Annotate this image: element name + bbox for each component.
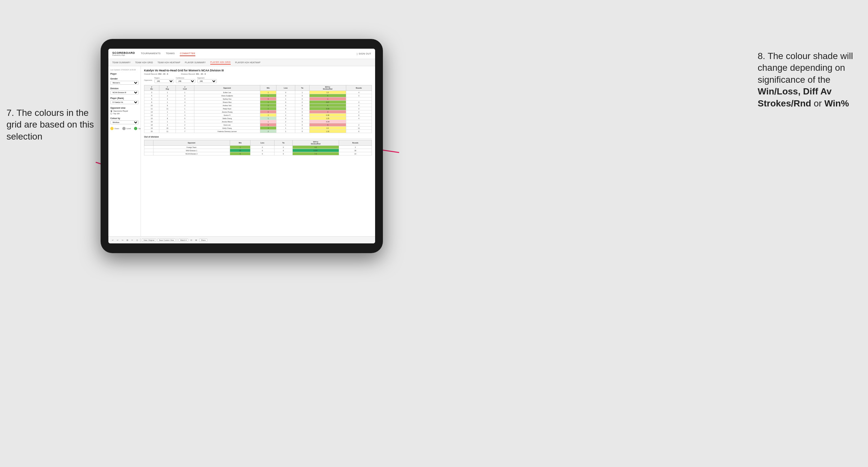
toolbar-share[interactable]: Share <box>199 239 207 242</box>
td-rounds-11: 11 <box>346 127 372 130</box>
sidebar-radio-top100[interactable]: Top 100 <box>110 113 138 115</box>
opponent-select[interactable]: (All) <box>197 79 217 83</box>
toolbar-undo1[interactable]: ↩ <box>111 239 115 242</box>
td-diff-3: 3.67 <box>309 101 346 104</box>
nav-pipe: | <box>357 53 358 55</box>
sub-nav-team-h2h-heatmap[interactable]: TEAM H2H HEATMAP <box>157 61 180 64</box>
td-opponent-0: Esther Lee <box>194 91 260 94</box>
conference-label: Conference <box>176 77 195 79</box>
toolbar-grid[interactable]: ⊞ <box>126 239 129 242</box>
td-rounds-8: 4 <box>346 117 372 120</box>
td-reg-0: 1 <box>159 91 176 94</box>
table-row: 18 2 2 Euna Lee 0 1 0 -5 2 <box>145 123 372 127</box>
td-div-5: 11 <box>145 107 159 110</box>
td-conf-6: 1 <box>176 110 194 114</box>
sub-nav-player-summary[interactable]: PLAYER SUMMARY <box>185 61 206 64</box>
td-diff-0: 1.5 <box>309 91 346 94</box>
td-rounds-7: 9 <box>346 114 372 117</box>
td-conf-10: 2 <box>176 123 194 127</box>
legend-down-label: Down <box>115 128 119 129</box>
td-opponent-9: Jessica Mason <box>194 120 260 123</box>
grid-title: Katelyn Vo Head-to-Head Grid for Women's… <box>144 69 372 72</box>
td-rounds-6: 2 <box>346 110 372 114</box>
ood-td-diff-0: 4.5 <box>292 146 339 149</box>
sidebar-colour-by-select[interactable]: Win/loss <box>110 120 138 124</box>
tablet-screen: SCOREBOARD Powered by clippi TOURNAMENTS… <box>108 49 375 243</box>
sidebar-colour-by-section: Colour by Win/loss <box>110 117 138 124</box>
main-data-table: #Div #Reg #Conf Opponent Win Loss Tie Di… <box>144 85 372 133</box>
td-conf-3: 4 <box>176 101 194 104</box>
top-nav: SCOREBOARD Powered by clippi TOURNAMENTS… <box>108 49 375 59</box>
legend-up-label: Up <box>138 128 141 129</box>
toolbar-view-original[interactable]: View: Original <box>142 239 156 242</box>
sub-nav-player-h2h-heatmap[interactable]: PLAYER H2H HEATMAP <box>235 61 260 64</box>
sidebar-division-select[interactable]: NCAA Division III <box>110 91 138 94</box>
nav-right: | Sign out <box>357 52 371 56</box>
toolbar-sep2 <box>177 238 177 242</box>
nav-signin[interactable]: Sign out <box>359 52 371 56</box>
ood-th-opponent: Opponent <box>153 140 230 146</box>
td-loss-3: 0 <box>276 101 295 104</box>
toolbar-save-custom[interactable]: Save Custom View <box>157 239 176 242</box>
legend-up-dot <box>134 127 137 130</box>
sidebar-gender-select[interactable]: Women's <box>110 81 138 85</box>
td-conf-9: 1 <box>176 120 194 123</box>
toolbar-redo[interactable]: ↪ <box>121 239 124 242</box>
conference-select[interactable]: (All) <box>176 79 195 83</box>
ood-td-win-2: 5 <box>230 152 250 155</box>
td-diff-1: 4 <box>309 94 346 97</box>
nav-tournaments[interactable]: TOURNAMENTS <box>141 51 161 56</box>
nav-teams[interactable]: TEAMS <box>166 51 175 56</box>
out-of-division-header: Out of division <box>144 135 372 139</box>
ood-td-rounds-0: 2 <box>339 146 372 149</box>
sidebar-gender-label: Gender <box>110 77 138 80</box>
sidebar-radio-opponents-played[interactable]: Opponents Played <box>110 110 138 112</box>
region-select[interactable]: (All) <box>154 79 174 83</box>
sidebar-division-label: Division <box>110 87 138 90</box>
sidebar-player-rank-select[interactable]: 8. Katelyn Vo <box>110 100 138 104</box>
ood-table-row: NAIA Division 1 15 0 0 9.267 30 <box>145 149 372 152</box>
tablet-shell: SCOREBOARD Powered by clippi TOURNAMENTS… <box>101 39 383 253</box>
td-win-11: 4 <box>260 127 276 130</box>
td-win-10: 0 <box>260 123 276 127</box>
td-conf-5: 1 <box>176 107 194 110</box>
sub-nav-team-summary[interactable]: TEAM SUMMARY <box>112 61 131 64</box>
th-diff: Diff AvStrokes/Rnd <box>309 85 346 91</box>
toolbar-scissors[interactable]: ✂ <box>130 239 134 242</box>
nav-committee[interactable]: COMMITTEE <box>180 51 195 56</box>
td-win-3: 1 <box>260 101 276 104</box>
toolbar-clock[interactable]: ◷ <box>135 239 139 242</box>
toolbar-watch[interactable]: Watch ▾ <box>179 239 188 242</box>
sidebar-player-rank-section: Player (Rank) 8. Katelyn Vo <box>110 97 138 104</box>
toolbar-icon1[interactable]: ⊡ <box>189 239 193 242</box>
main-content: Last Updated: 27/03/2024 16:55:38 Player… <box>108 66 375 236</box>
td-loss-5: 0 <box>276 107 295 110</box>
th-conf: #Conf <box>176 85 194 91</box>
td-loss-12: 1 <box>276 130 295 133</box>
sub-nav-player-h2h-grid[interactable]: PLAYER H2H GRID <box>210 60 231 65</box>
td-win-6: 0 <box>260 110 276 114</box>
td-diff-11: 0.3 <box>309 127 346 130</box>
table-row: 9 1 4 Sharon Mun 1 0 0 3.67 3 <box>145 101 372 104</box>
td-reg-3: 1 <box>159 101 176 104</box>
filter-conference: Conference (All) <box>176 77 195 83</box>
toolbar-undo2[interactable]: ↩ <box>116 239 119 242</box>
ood-th-win: Win <box>230 140 250 146</box>
th-rounds: Rounds <box>346 85 372 91</box>
td-div-1: 5 <box>145 94 159 97</box>
last-updated: Last Updated: 27/03/2024 16:55:38 <box>110 69 138 71</box>
logo-sub: Powered by clippi <box>112 55 135 56</box>
td-conf-2: 3 <box>176 97 194 101</box>
td-conf-12: 7 <box>176 130 194 133</box>
region-label: Region <box>154 77 174 79</box>
td-reg-9: 1 <box>159 120 176 123</box>
td-win-4: 2 <box>260 104 276 107</box>
td-div-8: 15 <box>145 117 159 120</box>
sidebar: Last Updated: 27/03/2024 16:55:38 Player… <box>108 66 141 236</box>
toolbar-icon2[interactable]: ⊞ <box>194 239 198 242</box>
table-row: 13 1 1 Jessica Huang 0 1 0 -3 2 <box>145 110 372 114</box>
td-diff-2: -1 <box>309 97 346 101</box>
radio-opponents-played-indicator <box>110 110 112 112</box>
td-div-11: 19 <box>145 127 159 130</box>
sub-nav-team-h2h-grid[interactable]: TEAM H2H GRID <box>135 61 153 64</box>
